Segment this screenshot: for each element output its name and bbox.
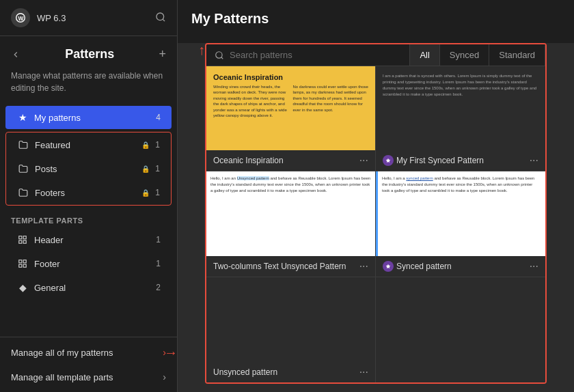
svg-rect-4 <box>23 236 26 239</box>
pattern-cell-oceanic[interactable]: Oceanic Inspiration Winding vines crowd … <box>206 66 376 171</box>
main-content: My Patterns All Synced Standard <box>178 0 574 392</box>
pattern-cell-synced[interactable]: I am a pattern that is synced with other… <box>376 66 545 171</box>
pattern-menu-two-cols[interactable]: ··· <box>359 260 368 272</box>
svg-point-11 <box>216 51 222 57</box>
patterns-grid: Oceanic Inspiration Winding vines crowd … <box>206 66 545 382</box>
lock-icon-footers: 🔒 <box>141 189 150 197</box>
star-icon: ★ <box>16 111 29 124</box>
nav-count-footer: 1 <box>156 259 161 268</box>
pattern-menu-synced-pattern[interactable]: ··· <box>530 260 538 272</box>
svg-rect-3 <box>19 236 22 239</box>
oceanic-title: Oceanic Inspiration <box>213 73 368 81</box>
svg-rect-5 <box>23 240 26 243</box>
svg-text:W: W <box>18 15 24 22</box>
sidebar-item-featured[interactable]: Featured 🔒 1 <box>6 133 171 156</box>
sidebar-item-footer[interactable]: Footer 1 <box>5 252 172 275</box>
sidebar-item-general[interactable]: ◆ General 2 <box>5 276 172 299</box>
synced-preview-text: I am a pattern that is synced with other… <box>383 73 538 98</box>
synced-badge-2: Synced pattern <box>383 261 452 272</box>
pattern-cell-two-cols[interactable]: Hello, I am an Unsynced pattern and beha… <box>206 171 376 277</box>
manage-patterns-label: Manage all of my patterns <box>11 348 113 358</box>
search-input[interactable] <box>230 50 401 60</box>
pattern-menu-oceanic[interactable]: ··· <box>359 154 368 167</box>
main-inner: All Synced Standard Oceanic Inspiration … <box>178 43 574 392</box>
synced-dot-icon <box>383 155 394 166</box>
back-button[interactable] <box>11 50 20 59</box>
pattern-footer-synced: My First Synced Pattern ··· <box>376 150 545 171</box>
template-parts-section-title: TEMPLATE PARTS <box>0 208 177 227</box>
oceanic-columns: Winding vines crowd their heads, the wom… <box>213 84 368 143</box>
nav-count-header: 1 <box>156 235 161 244</box>
pattern-cell-synced-pattern[interactable]: Hello, I am a synced pattern and behave … <box>376 171 545 277</box>
sidebar-footer: Manage all of my patterns › Manage all t… <box>0 337 177 392</box>
pattern-footer-two-cols: Two-columns Text Unsynced Pattern ··· <box>206 256 375 277</box>
search-icon <box>215 51 224 60</box>
pattern-name-oceanic: Oceanic Inspiration <box>213 156 284 165</box>
sidebar-title: Patterns <box>65 47 114 61</box>
pattern-footer-oceanic: Oceanic Inspiration ··· <box>206 150 375 171</box>
pattern-preview-two-cols: Hello, I am an Unsynced pattern and beha… <box>206 171 375 255</box>
pattern-menu-synced[interactable]: ··· <box>530 154 538 167</box>
pattern-name-two-cols: Two-columns Text Unsynced Pattern <box>213 262 346 271</box>
grid-icon-footer <box>16 257 29 270</box>
lock-icon-posts: 🔒 <box>141 165 150 173</box>
nav-label-header: Header <box>34 235 150 245</box>
synced-dot-icon-2 <box>383 261 394 272</box>
manage-patterns-arrow: › <box>163 347 166 358</box>
manage-template-parts-link[interactable]: Manage all template parts › <box>0 365 177 389</box>
diamond-icon-general: ◆ <box>16 281 29 294</box>
nav-label-my-patterns: My patterns <box>34 113 150 123</box>
pattern-preview-oceanic: Oceanic Inspiration Winding vines crowd … <box>206 66 375 150</box>
sidebar-item-footers[interactable]: Footers 🔒 1 <box>6 181 171 204</box>
sidebar-item-my-patterns[interactable]: ★ My patterns 4 <box>5 106 172 129</box>
search-icon[interactable] <box>155 12 166 25</box>
manage-template-parts-label: Manage all template parts <box>11 372 113 382</box>
filter-tabs: All Synced Standard <box>409 44 545 66</box>
main-header: My Patterns <box>178 0 574 43</box>
svg-point-2 <box>156 13 164 20</box>
manage-patterns-link[interactable]: Manage all of my patterns › <box>0 340 177 365</box>
sidebar-nav: ★ My patterns 4 Featured 🔒 1 Posts 🔒 1 <box>0 102 177 337</box>
pattern-cell-empty <box>376 277 545 382</box>
pattern-name-synced-pattern: Synced pattern <box>396 262 452 271</box>
sidebar-item-header[interactable]: Header 1 <box>5 228 172 251</box>
wp-logo: W <box>11 8 30 27</box>
pattern-preview-unsynced <box>206 277 375 362</box>
tab-all[interactable]: All <box>410 44 439 66</box>
tab-standard[interactable]: Standard <box>489 44 545 66</box>
nav-count-posts: 1 <box>155 164 160 173</box>
nav-count-footers: 1 <box>155 188 160 197</box>
pattern-menu-unsynced[interactable]: ··· <box>359 366 368 378</box>
pattern-footer-unsynced: Unsynced pattern ··· <box>206 362 375 382</box>
nav-label-footers: Footers <box>35 188 136 198</box>
nav-label-posts: Posts <box>35 164 136 174</box>
manage-template-parts-arrow: › <box>163 372 166 382</box>
lock-icon-featured: 🔒 <box>141 141 150 149</box>
patterns-container: All Synced Standard Oceanic Inspiration … <box>205 43 547 384</box>
sidebar-description: Manage what patterns are available when … <box>0 67 177 102</box>
nav-count-featured: 1 <box>155 140 160 150</box>
oceanic-col-1: Winding vines crowd their heads, the wom… <box>213 84 289 143</box>
pattern-footer-synced-pattern: Synced pattern ··· <box>376 256 545 277</box>
nav-label-footer: Footer <box>34 259 150 269</box>
pattern-preview-synced: I am a pattern that is synced with other… <box>376 66 545 150</box>
pattern-name-unsynced: Unsynced pattern <box>213 367 277 377</box>
sidebar-header: Patterns + <box>0 36 177 67</box>
svg-rect-9 <box>23 264 26 267</box>
svg-rect-10 <box>19 264 22 267</box>
pattern-cell-unsynced[interactable]: Unsynced pattern ··· <box>206 277 376 382</box>
pattern-preview-synced-pattern: Hello, I am a synced pattern and behave … <box>376 171 545 255</box>
folder-icon-footers <box>17 186 29 199</box>
pattern-name-synced: My First Synced Pattern <box>396 156 484 165</box>
wp-version-label: WP 6.3 <box>37 13 66 23</box>
preview-text-synced-pattern: Hello, I am a synced pattern and behave … <box>382 176 534 193</box>
svg-rect-6 <box>19 240 22 243</box>
sidebar-item-posts[interactable]: Posts 🔒 1 <box>6 157 171 180</box>
add-pattern-button[interactable]: + <box>159 47 166 61</box>
page-title: My Patterns <box>191 11 560 27</box>
search-input-wrapper[interactable] <box>206 44 409 66</box>
nav-label-featured: Featured <box>35 140 136 150</box>
svg-rect-7 <box>19 260 22 263</box>
search-bar: All Synced Standard <box>206 44 545 66</box>
tab-synced[interactable]: Synced <box>440 44 489 66</box>
